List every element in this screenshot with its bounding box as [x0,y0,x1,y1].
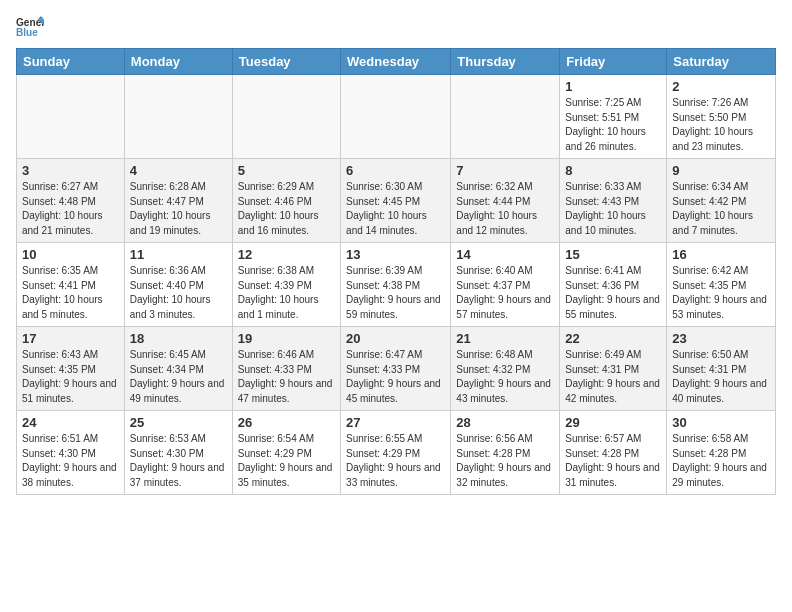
calendar-cell: 23Sunrise: 6:50 AM Sunset: 4:31 PM Dayli… [667,327,776,411]
day-number: 9 [672,163,770,178]
calendar-week-0: 1Sunrise: 7:25 AM Sunset: 5:51 PM Daylig… [17,75,776,159]
day-number: 25 [130,415,227,430]
day-number: 11 [130,247,227,262]
calendar-cell: 16Sunrise: 6:42 AM Sunset: 4:35 PM Dayli… [667,243,776,327]
day-info: Sunrise: 6:46 AM Sunset: 4:33 PM Dayligh… [238,348,335,406]
calendar-cell [124,75,232,159]
day-info: Sunrise: 6:34 AM Sunset: 4:42 PM Dayligh… [672,180,770,238]
day-number: 18 [130,331,227,346]
day-info: Sunrise: 6:38 AM Sunset: 4:39 PM Dayligh… [238,264,335,322]
day-number: 13 [346,247,445,262]
weekday-header-tuesday: Tuesday [232,49,340,75]
day-info: Sunrise: 6:28 AM Sunset: 4:47 PM Dayligh… [130,180,227,238]
calendar-cell: 13Sunrise: 6:39 AM Sunset: 4:38 PM Dayli… [341,243,451,327]
day-info: Sunrise: 6:49 AM Sunset: 4:31 PM Dayligh… [565,348,661,406]
calendar-cell: 20Sunrise: 6:47 AM Sunset: 4:33 PM Dayli… [341,327,451,411]
weekday-header-thursday: Thursday [451,49,560,75]
day-number: 16 [672,247,770,262]
day-number: 5 [238,163,335,178]
day-info: Sunrise: 6:45 AM Sunset: 4:34 PM Dayligh… [130,348,227,406]
calendar-cell: 1Sunrise: 7:25 AM Sunset: 5:51 PM Daylig… [560,75,667,159]
calendar-cell: 19Sunrise: 6:46 AM Sunset: 4:33 PM Dayli… [232,327,340,411]
calendar-cell: 14Sunrise: 6:40 AM Sunset: 4:37 PM Dayli… [451,243,560,327]
day-info: Sunrise: 6:51 AM Sunset: 4:30 PM Dayligh… [22,432,119,490]
day-info: Sunrise: 6:40 AM Sunset: 4:37 PM Dayligh… [456,264,554,322]
calendar-cell: 3Sunrise: 6:27 AM Sunset: 4:48 PM Daylig… [17,159,125,243]
calendar-cell: 7Sunrise: 6:32 AM Sunset: 4:44 PM Daylig… [451,159,560,243]
day-number: 30 [672,415,770,430]
calendar-cell [341,75,451,159]
weekday-header-saturday: Saturday [667,49,776,75]
day-number: 3 [22,163,119,178]
calendar-cell: 12Sunrise: 6:38 AM Sunset: 4:39 PM Dayli… [232,243,340,327]
day-info: Sunrise: 6:43 AM Sunset: 4:35 PM Dayligh… [22,348,119,406]
day-info: Sunrise: 6:35 AM Sunset: 4:41 PM Dayligh… [22,264,119,322]
day-info: Sunrise: 7:25 AM Sunset: 5:51 PM Dayligh… [565,96,661,154]
day-number: 20 [346,331,445,346]
day-info: Sunrise: 6:29 AM Sunset: 4:46 PM Dayligh… [238,180,335,238]
day-info: Sunrise: 6:36 AM Sunset: 4:40 PM Dayligh… [130,264,227,322]
day-info: Sunrise: 7:26 AM Sunset: 5:50 PM Dayligh… [672,96,770,154]
day-info: Sunrise: 6:47 AM Sunset: 4:33 PM Dayligh… [346,348,445,406]
day-number: 19 [238,331,335,346]
day-info: Sunrise: 6:55 AM Sunset: 4:29 PM Dayligh… [346,432,445,490]
calendar-week-4: 24Sunrise: 6:51 AM Sunset: 4:30 PM Dayli… [17,411,776,495]
calendar-cell: 17Sunrise: 6:43 AM Sunset: 4:35 PM Dayli… [17,327,125,411]
calendar-week-2: 10Sunrise: 6:35 AM Sunset: 4:41 PM Dayli… [17,243,776,327]
calendar-week-1: 3Sunrise: 6:27 AM Sunset: 4:48 PM Daylig… [17,159,776,243]
calendar-cell: 9Sunrise: 6:34 AM Sunset: 4:42 PM Daylig… [667,159,776,243]
day-number: 7 [456,163,554,178]
day-number: 22 [565,331,661,346]
svg-text:Blue: Blue [16,27,38,38]
weekday-header-row: SundayMondayTuesdayWednesdayThursdayFrid… [17,49,776,75]
day-number: 27 [346,415,445,430]
day-number: 21 [456,331,554,346]
day-info: Sunrise: 6:42 AM Sunset: 4:35 PM Dayligh… [672,264,770,322]
day-info: Sunrise: 6:39 AM Sunset: 4:38 PM Dayligh… [346,264,445,322]
day-info: Sunrise: 6:30 AM Sunset: 4:45 PM Dayligh… [346,180,445,238]
calendar-cell: 30Sunrise: 6:58 AM Sunset: 4:28 PM Dayli… [667,411,776,495]
day-info: Sunrise: 6:56 AM Sunset: 4:28 PM Dayligh… [456,432,554,490]
day-info: Sunrise: 6:27 AM Sunset: 4:48 PM Dayligh… [22,180,119,238]
calendar-cell: 10Sunrise: 6:35 AM Sunset: 4:41 PM Dayli… [17,243,125,327]
weekday-header-friday: Friday [560,49,667,75]
day-info: Sunrise: 6:58 AM Sunset: 4:28 PM Dayligh… [672,432,770,490]
day-number: 28 [456,415,554,430]
calendar-cell: 24Sunrise: 6:51 AM Sunset: 4:30 PM Dayli… [17,411,125,495]
day-info: Sunrise: 6:57 AM Sunset: 4:28 PM Dayligh… [565,432,661,490]
weekday-header-sunday: Sunday [17,49,125,75]
calendar-table: SundayMondayTuesdayWednesdayThursdayFrid… [16,48,776,495]
day-info: Sunrise: 6:48 AM Sunset: 4:32 PM Dayligh… [456,348,554,406]
day-number: 26 [238,415,335,430]
day-number: 12 [238,247,335,262]
calendar-cell: 22Sunrise: 6:49 AM Sunset: 4:31 PM Dayli… [560,327,667,411]
calendar-cell [232,75,340,159]
day-number: 2 [672,79,770,94]
logo: General Blue [16,16,48,38]
day-info: Sunrise: 6:50 AM Sunset: 4:31 PM Dayligh… [672,348,770,406]
calendar-cell: 18Sunrise: 6:45 AM Sunset: 4:34 PM Dayli… [124,327,232,411]
day-info: Sunrise: 6:33 AM Sunset: 4:43 PM Dayligh… [565,180,661,238]
day-number: 1 [565,79,661,94]
day-number: 23 [672,331,770,346]
calendar-cell: 4Sunrise: 6:28 AM Sunset: 4:47 PM Daylig… [124,159,232,243]
calendar-cell: 8Sunrise: 6:33 AM Sunset: 4:43 PM Daylig… [560,159,667,243]
day-number: 29 [565,415,661,430]
calendar-cell: 26Sunrise: 6:54 AM Sunset: 4:29 PM Dayli… [232,411,340,495]
calendar-cell: 29Sunrise: 6:57 AM Sunset: 4:28 PM Dayli… [560,411,667,495]
day-number: 6 [346,163,445,178]
page-header: General Blue [16,16,776,38]
weekday-header-monday: Monday [124,49,232,75]
calendar-cell [451,75,560,159]
day-number: 15 [565,247,661,262]
day-number: 14 [456,247,554,262]
calendar-cell: 25Sunrise: 6:53 AM Sunset: 4:30 PM Dayli… [124,411,232,495]
day-info: Sunrise: 6:54 AM Sunset: 4:29 PM Dayligh… [238,432,335,490]
weekday-header-wednesday: Wednesday [341,49,451,75]
calendar-cell: 28Sunrise: 6:56 AM Sunset: 4:28 PM Dayli… [451,411,560,495]
day-info: Sunrise: 6:53 AM Sunset: 4:30 PM Dayligh… [130,432,227,490]
day-number: 10 [22,247,119,262]
day-number: 24 [22,415,119,430]
calendar-cell: 2Sunrise: 7:26 AM Sunset: 5:50 PM Daylig… [667,75,776,159]
calendar-cell: 15Sunrise: 6:41 AM Sunset: 4:36 PM Dayli… [560,243,667,327]
